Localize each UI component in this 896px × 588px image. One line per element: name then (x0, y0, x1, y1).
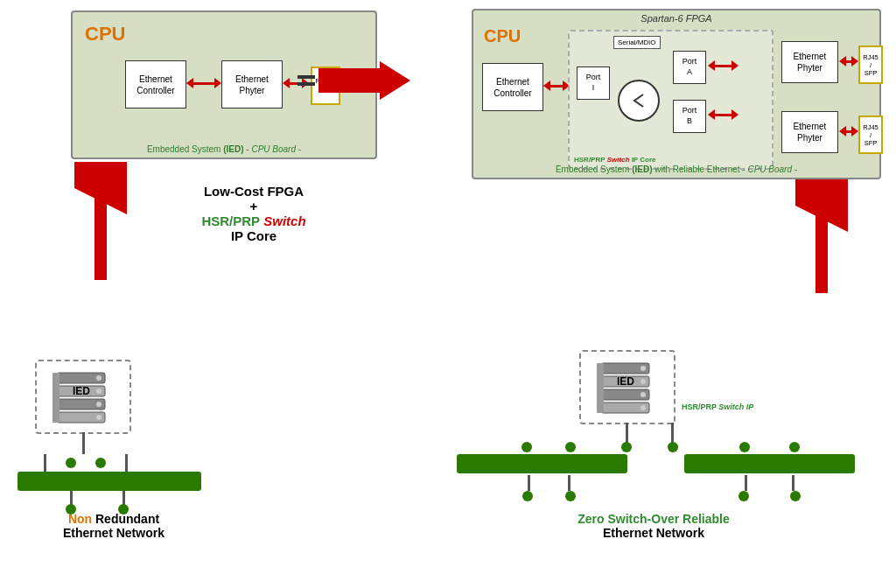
rj45-b: RJ45 /SFP (858, 116, 883, 154)
hsr-ip-core-label: HSR/PRP Switch IP Core (574, 156, 656, 164)
right-up-arrow (795, 179, 848, 301)
center-hsr: HSR/PRP Switch (188, 214, 319, 228)
center-line3: IP Core (188, 228, 319, 243)
right-system-label: Embedded System (IED) with Reliable Ethe… (473, 164, 879, 174)
left-cpu-label: CPU (85, 23, 125, 46)
svg-point-21 (640, 379, 646, 384)
right-network-label: Zero Switch-Over Reliable Ethernet Netwo… (452, 512, 855, 540)
eth-controller-right: EthernetController (482, 63, 543, 111)
eth-phyter-b: EthernetPhyter (781, 111, 838, 153)
right-bus-group (684, 442, 855, 501)
main-right-arrow (318, 61, 410, 100)
eth-bus-right-left (457, 454, 627, 473)
svg-point-23 (640, 405, 646, 410)
svg-point-10 (96, 415, 102, 420)
left-network-label: Non Redundant Ethernet Network (18, 512, 210, 540)
node-dot (522, 491, 533, 501)
arrow-port-b (708, 109, 738, 120)
serial-mdio: Serial/MDIO (613, 36, 661, 49)
bot-node2-left (118, 504, 129, 514)
svg-point-7 (96, 375, 102, 381)
spartan-label: Spartan-6 FPGA (640, 13, 711, 24)
ied-icon-right: IED (592, 359, 662, 416)
rj45-a: RJ45 /SFP (858, 46, 883, 84)
switch-circle (618, 80, 660, 122)
eth-bus-right-right (684, 454, 855, 473)
ied-icon-left: IED (48, 368, 118, 425)
svg-point-9 (96, 402, 102, 407)
node-dot (565, 491, 576, 501)
left-up-arrow (74, 162, 127, 288)
node-dot (565, 442, 576, 452)
ied-node-right (621, 442, 632, 452)
right-system-box: Spartan-6 FPGA CPU EthernetController S (472, 9, 881, 179)
node-dot (790, 491, 801, 501)
node-dot (95, 458, 106, 468)
middle-arrow (298, 61, 420, 100)
node-dot (522, 442, 532, 452)
right-cpu-label: CPU (484, 26, 521, 46)
svg-marker-15 (804, 184, 839, 204)
ied-box-right: IED (579, 350, 676, 424)
port-i: PortI (577, 66, 610, 100)
eth-controller-left: Ethernet Controller (125, 60, 186, 108)
ied-box-left: IED (35, 360, 131, 434)
node-dot (66, 458, 76, 468)
right-side: Spartan-6 FPGA CPU EthernetController S (448, 0, 896, 588)
right-network: IED HSR/PRP Switch IP (452, 350, 855, 540)
arrow-phyterb-rj45 (839, 126, 858, 136)
left-network: IED (18, 360, 210, 540)
center-plus: + (188, 199, 319, 214)
svg-point-22 (640, 392, 646, 397)
line-ied-down (82, 432, 85, 454)
node-row-left (44, 454, 128, 472)
svg-text:IED: IED (73, 385, 90, 397)
left-system-label: Embedded System (IED) - CPU Board - (73, 144, 375, 154)
eth-phyter-a: EthernetPhyter (781, 41, 838, 83)
svg-point-8 (96, 388, 102, 394)
ied-node-right2 (668, 442, 678, 452)
center-line1: Low-Cost FPGA (188, 184, 319, 199)
svg-point-20 (640, 366, 646, 371)
main-container: CPU Ethernet Controller EthernetPhyter (0, 0, 896, 588)
hsr-switch-ip-label: HSR/PRP Switch IP (682, 402, 753, 411)
arrow-phytera-rj45 (839, 56, 858, 66)
arrow-ctrl-fpga (543, 80, 570, 91)
eth-bus-left (18, 472, 201, 491)
left-bus-group (457, 442, 627, 501)
fpga-inner-box: Serial/MDIO PortI PortA (568, 30, 774, 170)
right-network-diagram: IED HSR/PRP Switch IP (452, 350, 855, 512)
node-dot (738, 491, 749, 501)
svg-rect-11 (52, 373, 60, 423)
center-text: Low-Cost FPGA + HSR/PRP Switch IP Core (188, 184, 319, 243)
left-network-diagram: IED (18, 360, 210, 508)
bot-node1-left (66, 504, 76, 514)
port-a: PortA (673, 51, 706, 84)
node-dot (739, 442, 750, 452)
arrow-port-a (708, 60, 738, 71)
port-b: PortB (673, 100, 706, 133)
eth-phyter-left: EthernetPhyter (221, 60, 283, 108)
node-dot (789, 442, 800, 452)
arrow-ctrl-phyter-left (186, 78, 221, 88)
svg-rect-24 (597, 363, 604, 413)
svg-text:IED: IED (617, 375, 634, 388)
svg-marker-2 (83, 166, 118, 188)
